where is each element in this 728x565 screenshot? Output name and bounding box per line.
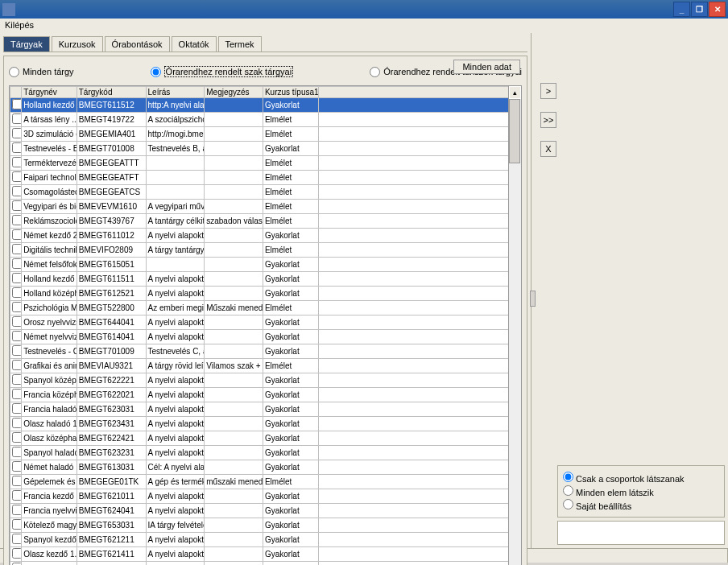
row-checkbox[interactable] [12, 99, 22, 109]
table-row[interactable]: Kötelező magyar nyeBMEGT653031IA tárgy f… [10, 518, 509, 533]
col-header[interactable]: Leírás [146, 87, 205, 98]
table-row[interactable]: Testnevelés - BBMEGT701008Testnevelés B,… [10, 142, 509, 156]
row-checkbox[interactable] [12, 186, 22, 196]
move-all-right-button[interactable]: >> [540, 112, 556, 128]
table-row[interactable]: Német kezdő 2.BMEGT611012A nyelvi alapok… [10, 229, 509, 243]
row-checkbox[interactable] [12, 200, 22, 211]
titlebar: _ ❐ ✕ [0, 0, 728, 19]
row-checkbox[interactable] [12, 403, 22, 414]
row-checkbox[interactable] [12, 360, 22, 370]
table-row[interactable]: Testnevelés - CBMEGT701009Testnevelés C,… [10, 344, 509, 359]
table-row[interactable]: Grafikai és animációBMEVIAU9321A tárgy r… [10, 359, 509, 373]
tab-kurzusok[interactable]: Kurzusok [52, 36, 103, 52]
table-row[interactable]: Kötelező magyar nyeBMEGT654041A tárgy fe… [10, 562, 509, 566]
table-row[interactable]: Olasz középhaladóBMEGT622421A nyelvi ala… [10, 431, 509, 446]
scroll-thumb[interactable] [509, 99, 520, 163]
row-checkbox[interactable] [12, 548, 22, 559]
col-header[interactable]: Tárgykód [77, 87, 146, 98]
row-checkbox[interactable] [12, 157, 22, 167]
row-checkbox[interactable] [12, 113, 22, 124]
table-row[interactable]: Német haladó 1.BMEGT613031Cél: A nyelvi … [10, 460, 509, 475]
table-row[interactable]: Vegyipari és biomérnBMEVEVM1610A vegyipa… [10, 200, 509, 214]
row-checkbox[interactable] [12, 432, 22, 443]
table-row[interactable]: ReklámszociológiaBMEGT439767A tantárgy c… [10, 214, 509, 229]
row-checkbox[interactable] [12, 128, 22, 138]
bottom-box [557, 521, 725, 545]
row-checkbox[interactable] [12, 534, 22, 544]
splitter[interactable] [532, 33, 534, 548]
radio-minden-elem[interactable]: Minden elem látszik [563, 485, 719, 498]
view-radios: Csak a csoportok látszanak Minden elem l… [557, 465, 725, 518]
row-checkbox[interactable] [12, 374, 22, 385]
row-checkbox[interactable] [12, 258, 22, 269]
row-checkbox[interactable] [12, 287, 22, 298]
table-row[interactable]: Digitális technikaBMEVIFO2809A tárgy tan… [10, 243, 509, 258]
table-row[interactable]: Francia haladó 1.BMEGT623031A nyelvi ala… [10, 402, 509, 417]
tab-orabontasok[interactable]: Órabontások [105, 36, 170, 52]
radio-csak-csoportok[interactable]: Csak a csoportok látszanak [563, 471, 719, 485]
table-row[interactable]: Orosz nyelvvizsga elBMEGT644041A nyelvi … [10, 315, 509, 330]
row-checkbox[interactable] [12, 302, 22, 312]
row-checkbox[interactable] [12, 316, 22, 327]
subjects-table[interactable]: TárgynévTárgykódLeírásMegjegyzésKurzus t… [10, 86, 508, 565]
table-row[interactable]: Holland középhaladóBMEGT612521A nyelvi a… [10, 287, 509, 301]
minimize-button[interactable]: _ [673, 2, 690, 17]
col-header[interactable]: Megjegyzés [205, 87, 263, 98]
radio-minden-targy[interactable]: Minden tárgy [9, 66, 74, 77]
minden-adat-button[interactable]: Minden adat [453, 60, 520, 74]
col-header[interactable]: Kurzus típusa1 [263, 87, 318, 98]
move-right-button[interactable]: > [540, 83, 556, 99]
row-checkbox[interactable] [12, 418, 22, 428]
row-checkbox[interactable] [12, 331, 22, 341]
table-row[interactable]: Holland kezdő 1.BMEGT611511A nyelvi alap… [10, 272, 509, 287]
row-checkbox[interactable] [12, 476, 22, 486]
row-checkbox[interactable] [12, 142, 22, 153]
table-row[interactable]: Francia nyelvvizsgaBMEGT624041A nyelvi a… [10, 504, 509, 518]
table-row[interactable]: Spanyol kezdő 1.BMEGT621211A nyelvi alap… [10, 533, 509, 547]
table-row[interactable]: Spanyol középhaladóBMEGT622221A nyelvi a… [10, 373, 509, 388]
table-row[interactable]: CsomagolástechnikaBMEGEGEATCSElmélet [10, 185, 509, 200]
row-checkbox[interactable] [12, 171, 22, 182]
tab-targyak[interactable]: Tárgyak [3, 36, 50, 52]
table-row[interactable]: Francia középhaladóBMEGT622021A nyelvi a… [10, 388, 509, 402]
table-row[interactable]: Holland kezdő 2.BMEGT611512http:A nyelvi… [10, 98, 509, 113]
row-checkbox[interactable] [12, 273, 22, 283]
table-row[interactable]: Spanyol haladó 1.BMEGT623231A nyelvi ala… [10, 446, 509, 460]
row-checkbox[interactable] [12, 345, 22, 356]
row-checkbox[interactable] [12, 215, 22, 225]
row-checkbox[interactable] [12, 490, 22, 501]
close-button[interactable]: ✕ [709, 2, 726, 17]
menu-exit[interactable]: Kilépés [5, 20, 34, 30]
table-row[interactable]: 3D szimuláció és preBMEGEMIA401http://mo… [10, 127, 509, 142]
vscrollbar[interactable]: ▴ ▾ [508, 86, 521, 565]
remove-button[interactable]: X [540, 141, 556, 157]
row-checkbox[interactable] [12, 447, 22, 457]
scroll-up-icon[interactable]: ▴ [509, 86, 521, 99]
app-icon [2, 3, 15, 16]
table-row[interactable]: Német nyelvvizsgaBMEGT614041A nyelvi ala… [10, 330, 509, 344]
col-header[interactable]: Tárgynév [22, 87, 77, 98]
table-row[interactable]: Francia kezdő 1.BMEGT621011A nyelvi alap… [10, 489, 509, 504]
table-row[interactable]: Német felsőfokú nyeBMEGT615051Gyakorlat [10, 258, 509, 272]
row-checkbox[interactable] [12, 519, 22, 530]
row-checkbox[interactable] [12, 229, 22, 240]
radio-sajat-beallitas[interactable]: Saját beállítás [563, 498, 719, 512]
table-row[interactable]: A társas lény ... (SzoBMEGT419722A szoci… [10, 113, 509, 127]
table-row[interactable]: Gépelemek és szerkBMEGEGE01TKA gép és te… [10, 475, 509, 489]
row-checkbox[interactable] [12, 244, 22, 254]
radio-szak-targyai[interactable]: Órarendhez rendelt szak tárgyai [151, 66, 294, 77]
grip-icon[interactable] [530, 291, 536, 307]
table-row[interactable]: Olasz kezdő 1.BMEGT621411A nyelvi alapok… [10, 547, 509, 562]
row-checkbox[interactable] [12, 389, 22, 399]
maximize-button[interactable]: ❐ [691, 2, 708, 17]
table-row[interactable]: Faipari technológiákBMEGEGEATFTElmélet [10, 171, 509, 185]
tab-termek[interactable]: Termek [218, 36, 262, 52]
menubar: Kilépés [0, 19, 728, 33]
tabs: Tárgyak Kurzusok Órabontások Oktatók Ter… [3, 36, 527, 52]
table-row[interactable]: Olasz haladó 1.BMEGT623431A nyelvi alapo… [10, 417, 509, 431]
row-checkbox[interactable] [12, 461, 22, 472]
table-row[interactable]: Pszichológia MMBMEGT522800Az emberi megi… [10, 301, 509, 315]
row-checkbox[interactable] [12, 505, 22, 515]
table-row[interactable]: Terméktervezés korBMEGEGEATTTElmélet [10, 156, 509, 171]
tab-oktatok[interactable]: Oktatók [172, 36, 217, 52]
